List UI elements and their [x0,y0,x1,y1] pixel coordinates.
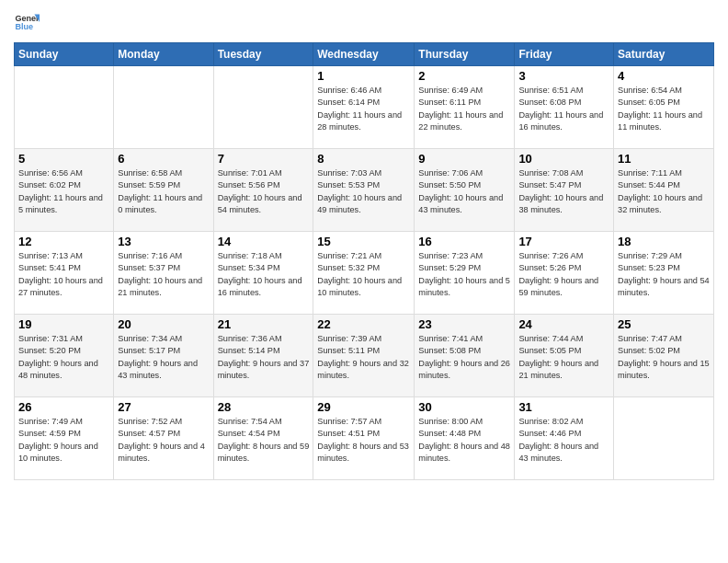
day-info: Sunrise: 7:03 AMSunset: 5:53 PMDaylight:… [317,167,410,216]
day-number: 24 [518,317,609,331]
day-info: Sunrise: 6:46 AMSunset: 6:14 PMDaylight:… [317,85,410,133]
svg-text:Blue: Blue [15,22,33,31]
day-info: Sunrise: 7:54 AMSunset: 4:54 PMDaylight:… [218,416,310,465]
day-number: 26 [18,400,109,414]
day-info: Sunrise: 6:49 AMSunset: 6:11 PMDaylight:… [418,85,510,133]
page-header: General Blue [14,9,714,35]
day-number: 22 [317,317,410,331]
day-cell-1: 1Sunrise: 6:46 AMSunset: 6:14 PMDaylight… [313,66,415,149]
day-info: Sunrise: 7:13 AMSunset: 5:41 PMDaylight:… [18,250,109,299]
day-info: Sunrise: 7:29 AMSunset: 5:23 PMDaylight:… [618,250,710,299]
day-number: 13 [118,235,209,248]
day-info: Sunrise: 6:56 AMSunset: 6:02 PMDaylight:… [18,167,109,216]
day-number: 8 [317,152,410,166]
day-cell-28: 28Sunrise: 7:54 AMSunset: 4:54 PMDayligh… [213,397,313,480]
day-cell-13: 13Sunrise: 7:16 AMSunset: 5:37 PMDayligh… [114,232,213,315]
calendar-page: General Blue SundayMondayTuesdayWednesda… [0,0,728,489]
day-info: Sunrise: 7:41 AMSunset: 5:08 PMDaylight:… [418,333,510,382]
day-number: 3 [518,69,609,83]
day-cell-2: 2Sunrise: 6:49 AMSunset: 6:11 PMDaylight… [415,66,515,149]
day-cell-9: 9Sunrise: 7:06 AMSunset: 5:50 PMDaylight… [415,149,515,232]
day-number: 5 [18,152,109,166]
day-info: Sunrise: 7:49 AMSunset: 4:59 PMDaylight:… [18,416,109,465]
weekday-header-saturday: Saturday [614,43,714,66]
day-cell-16: 16Sunrise: 7:23 AMSunset: 5:29 PMDayligh… [415,232,515,315]
day-number: 18 [618,235,710,248]
day-cell-11: 11Sunrise: 7:11 AMSunset: 5:44 PMDayligh… [614,149,714,232]
day-info: Sunrise: 6:58 AMSunset: 5:59 PMDaylight:… [118,167,209,216]
day-cell-18: 18Sunrise: 7:29 AMSunset: 5:23 PMDayligh… [614,232,714,315]
empty-cell [15,66,114,149]
day-number: 23 [418,317,510,331]
logo-icon: General Blue [14,9,40,35]
day-number: 15 [317,235,410,248]
day-cell-24: 24Sunrise: 7:44 AMSunset: 5:05 PMDayligh… [515,315,614,397]
day-number: 28 [218,400,310,414]
day-cell-26: 26Sunrise: 7:49 AMSunset: 4:59 PMDayligh… [15,397,114,480]
day-info: Sunrise: 7:16 AMSunset: 5:37 PMDaylight:… [118,250,209,299]
day-info: Sunrise: 7:39 AMSunset: 5:11 PMDaylight:… [317,333,410,382]
day-info: Sunrise: 7:47 AMSunset: 5:02 PMDaylight:… [618,333,710,382]
day-cell-17: 17Sunrise: 7:26 AMSunset: 5:26 PMDayligh… [515,232,614,315]
day-info: Sunrise: 7:52 AMSunset: 4:57 PMDaylight:… [118,416,209,465]
day-cell-5: 5Sunrise: 6:56 AMSunset: 6:02 PMDaylight… [15,149,114,232]
day-cell-20: 20Sunrise: 7:34 AMSunset: 5:17 PMDayligh… [114,315,213,397]
empty-cell [213,66,313,149]
day-cell-21: 21Sunrise: 7:36 AMSunset: 5:14 PMDayligh… [213,315,313,397]
day-info: Sunrise: 7:01 AMSunset: 5:56 PMDaylight:… [218,167,310,216]
day-info: Sunrise: 7:44 AMSunset: 5:05 PMDaylight:… [518,333,609,382]
day-cell-6: 6Sunrise: 6:58 AMSunset: 5:59 PMDaylight… [114,149,213,232]
day-info: Sunrise: 7:36 AMSunset: 5:14 PMDaylight:… [218,333,310,382]
day-info: Sunrise: 7:57 AMSunset: 4:51 PMDaylight:… [317,416,410,465]
day-info: Sunrise: 8:02 AMSunset: 4:46 PMDaylight:… [518,416,609,465]
weekday-header-sunday: Sunday [15,43,114,66]
day-number: 29 [317,400,410,414]
day-info: Sunrise: 7:08 AMSunset: 5:47 PMDaylight:… [518,167,609,216]
day-info: Sunrise: 7:26 AMSunset: 5:26 PMDaylight:… [518,250,609,299]
weekday-header-monday: Monday [114,43,213,66]
day-cell-31: 31Sunrise: 8:02 AMSunset: 4:46 PMDayligh… [515,397,614,480]
day-number: 9 [418,152,510,166]
empty-cell [614,397,714,480]
day-cell-4: 4Sunrise: 6:54 AMSunset: 6:05 PMDaylight… [614,66,714,149]
day-number: 1 [317,69,410,83]
day-number: 27 [118,400,209,414]
day-cell-30: 30Sunrise: 8:00 AMSunset: 4:48 PMDayligh… [415,397,515,480]
day-number: 16 [418,235,510,248]
week-row-4: 19Sunrise: 7:31 AMSunset: 5:20 PMDayligh… [15,315,714,397]
day-cell-19: 19Sunrise: 7:31 AMSunset: 5:20 PMDayligh… [15,315,114,397]
day-number: 12 [18,235,109,248]
day-number: 11 [618,152,710,166]
weekday-header-wednesday: Wednesday [313,43,415,66]
day-info: Sunrise: 7:11 AMSunset: 5:44 PMDaylight:… [618,167,710,216]
day-number: 21 [218,317,310,331]
day-number: 14 [218,235,310,248]
day-number: 2 [418,69,510,83]
day-info: Sunrise: 7:18 AMSunset: 5:34 PMDaylight:… [218,250,310,299]
day-cell-27: 27Sunrise: 7:52 AMSunset: 4:57 PMDayligh… [114,397,213,480]
day-number: 31 [518,400,609,414]
day-cell-23: 23Sunrise: 7:41 AMSunset: 5:08 PMDayligh… [415,315,515,397]
day-info: Sunrise: 7:23 AMSunset: 5:29 PMDaylight:… [418,250,510,299]
day-cell-7: 7Sunrise: 7:01 AMSunset: 5:56 PMDaylight… [213,149,313,232]
calendar-table: SundayMondayTuesdayWednesdayThursdayFrid… [14,42,714,480]
day-info: Sunrise: 6:51 AMSunset: 6:08 PMDaylight:… [518,85,609,133]
day-info: Sunrise: 6:54 AMSunset: 6:05 PMDaylight:… [618,85,710,133]
week-row-5: 26Sunrise: 7:49 AMSunset: 4:59 PMDayligh… [15,397,714,480]
day-cell-3: 3Sunrise: 6:51 AMSunset: 6:08 PMDaylight… [515,66,614,149]
day-number: 7 [218,152,310,166]
day-number: 19 [18,317,109,331]
day-cell-25: 25Sunrise: 7:47 AMSunset: 5:02 PMDayligh… [614,315,714,397]
day-number: 25 [618,317,710,331]
day-number: 4 [618,69,710,83]
weekday-header-friday: Friday [515,43,614,66]
day-cell-15: 15Sunrise: 7:21 AMSunset: 5:32 PMDayligh… [313,232,415,315]
weekday-header-tuesday: Tuesday [213,43,313,66]
day-info: Sunrise: 8:00 AMSunset: 4:48 PMDaylight:… [418,416,510,465]
day-info: Sunrise: 7:06 AMSunset: 5:50 PMDaylight:… [418,167,510,216]
day-cell-8: 8Sunrise: 7:03 AMSunset: 5:53 PMDaylight… [313,149,415,232]
day-cell-12: 12Sunrise: 7:13 AMSunset: 5:41 PMDayligh… [15,232,114,315]
week-row-1: 1Sunrise: 6:46 AMSunset: 6:14 PMDaylight… [15,66,714,149]
day-number: 10 [518,152,609,166]
day-cell-22: 22Sunrise: 7:39 AMSunset: 5:11 PMDayligh… [313,315,415,397]
